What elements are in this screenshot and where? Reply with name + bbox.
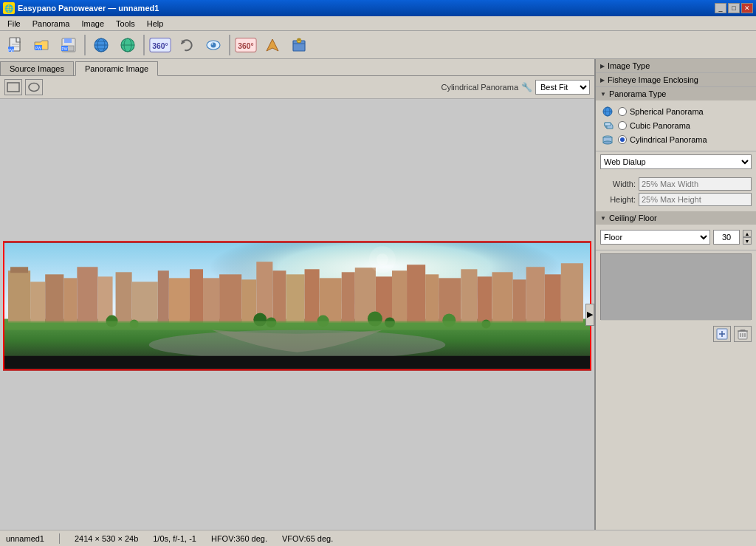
new-button[interactable]: PW (3, 33, 28, 57)
sep2 (143, 35, 145, 55)
ceiling-floor-section: ▼ Ceiling/ Floor Floor Ceiling ▲ ▼ (596, 211, 756, 250)
globe2-button[interactable] (115, 33, 140, 57)
panorama-type-arrow: ▼ (600, 91, 606, 98)
panorama-type-label: Panorama Type (609, 89, 666, 98)
svg-rect-47 (169, 278, 190, 322)
ceiling-floor-content: Floor Ceiling ▲ ▼ (596, 225, 756, 250)
fisheye-label: Fisheye Image Enclosing (608, 75, 698, 84)
fisheye-section: ▶ Fisheye Image Enclosing (596, 73, 756, 87)
cylindrical-radio[interactable] (618, 135, 627, 144)
fit-dropdown[interactable]: Best Fit Fit Width Fit Height 100% 50% 2… (535, 80, 590, 95)
image-type-header[interactable]: ▶ Image Type (596, 59, 756, 72)
svg-rect-50 (219, 274, 241, 322)
menu-panorama[interactable]: Panorama (27, 18, 76, 30)
svg-rect-64 (461, 269, 477, 322)
svg-point-32 (29, 83, 39, 92)
undo-button[interactable] (174, 33, 199, 57)
bottom-buttons (596, 323, 756, 345)
ceiling-floor-label: Ceiling/ Floor (609, 214, 657, 222)
svg-point-82 (377, 253, 388, 265)
spherical-radio[interactable] (618, 107, 627, 116)
360-button[interactable]: 360° (148, 33, 173, 57)
svg-rect-69 (545, 274, 561, 322)
ceiling-floor-arrow: ▼ (600, 215, 606, 222)
minimize-button[interactable]: _ (715, 3, 726, 13)
svg-text:360°: 360° (152, 41, 168, 50)
height-label: Height: (600, 195, 639, 204)
menu-image[interactable]: Image (76, 18, 111, 30)
floor-dropdown[interactable]: Floor Ceiling (600, 230, 710, 245)
quality-dropdown[interactable]: Web Dialup Web Broadband High Quality Cu… (600, 154, 752, 169)
add-image-button[interactable] (713, 326, 731, 342)
status-filename: unnamed1 (6, 534, 44, 543)
sep1 (84, 35, 86, 55)
svg-rect-45 (132, 281, 158, 322)
status-exposure: 1/0s, f/-1, -1 (153, 534, 196, 543)
height-row: Height: (600, 193, 752, 206)
open-button[interactable]: PW (30, 33, 55, 57)
quality-section: Web Dialup Web Broadband High Quality Cu… (596, 151, 756, 172)
publish-button[interactable] (286, 33, 312, 57)
fisheye-header[interactable]: ▶ Fisheye Image Enclosing (596, 73, 756, 86)
floor-value-input[interactable] (713, 230, 740, 245)
status-hfov: HFOV:360 deg. (211, 534, 267, 543)
tab-bar: Source Images Panoramic Image (0, 59, 594, 76)
app-icon: 🌐 (3, 2, 15, 14)
rect-view-button[interactable] (4, 79, 22, 95)
menu-tools[interactable]: Tools (110, 18, 141, 30)
svg-rect-60 (392, 270, 407, 322)
svg-rect-54 (286, 274, 304, 322)
delete-image-button[interactable] (734, 326, 752, 342)
tab-panoramic-image[interactable]: Panoramic Image (75, 61, 158, 76)
svg-rect-80 (4, 321, 590, 330)
thumbnail-area (600, 253, 752, 320)
menu-help[interactable]: Help (141, 18, 170, 30)
eye-button[interactable] (201, 33, 226, 57)
menu-file[interactable]: File (1, 18, 27, 30)
circle-view-button[interactable] (25, 79, 43, 95)
window-controls: _ □ ✕ (715, 3, 753, 13)
floor-spin-arrows: ▲ ▼ (743, 230, 752, 245)
status-dimensions: 2414 × 530 × 24b (75, 534, 138, 543)
cubic-label: Cubic Panorama (630, 121, 690, 130)
left-panel: Source Images Panoramic Image Cylindrica… (0, 59, 595, 530)
titlebar: 🌐 Easypano Panoweaver — unnamed1 _ □ ✕ (0, 0, 756, 16)
svg-rect-67 (513, 279, 526, 322)
main-area: Source Images Panoramic Image Cylindrica… (0, 59, 756, 530)
pano-type-label: Cylindrical Panorama (441, 83, 518, 92)
tab-source-images[interactable]: Source Images (0, 61, 74, 75)
svg-rect-42 (77, 267, 97, 322)
height-input[interactable] (639, 193, 752, 206)
window-title: Easypano Panoweaver — unnamed1 (18, 4, 715, 13)
globe1-button[interactable] (89, 33, 114, 57)
svg-text:360°: 360° (238, 41, 253, 50)
maximize-button[interactable]: □ (728, 3, 740, 13)
svg-point-25 (212, 43, 213, 44)
cubic-row: Cubic Panorama (600, 120, 752, 132)
save-button[interactable]: PW (56, 33, 81, 57)
cubic-radio[interactable] (618, 121, 627, 130)
svg-marker-89 (605, 123, 611, 126)
floor-spin-up[interactable]: ▲ (743, 230, 752, 237)
right-panel: ▶ Image Type ▶ Fisheye Image Enclosing ▼… (595, 59, 756, 530)
cylindrical-icon (600, 134, 615, 146)
svg-rect-41 (63, 278, 77, 322)
360b-button[interactable]: 360° (233, 33, 258, 57)
panorama-type-header[interactable]: ▼ Panorama Type (596, 87, 756, 100)
width-input[interactable] (639, 177, 752, 191)
svg-rect-38 (10, 267, 28, 273)
ceiling-floor-header[interactable]: ▼ Ceiling/ Floor (596, 211, 756, 225)
svg-point-24 (211, 42, 216, 47)
scroll-right-button[interactable]: ▶ (585, 304, 594, 326)
width-row: Width: (600, 177, 752, 191)
svg-rect-53 (272, 270, 286, 322)
svg-rect-68 (526, 267, 545, 322)
arrow-button[interactable] (260, 33, 285, 57)
svg-rect-44 (116, 272, 132, 322)
floor-spin-down[interactable]: ▼ (743, 237, 752, 245)
spherical-label: Spherical Panorama (630, 107, 704, 116)
close-button[interactable]: ✕ (741, 3, 753, 13)
svg-rect-49 (203, 278, 219, 322)
svg-rect-93 (601, 255, 751, 321)
svg-rect-62 (425, 274, 439, 322)
